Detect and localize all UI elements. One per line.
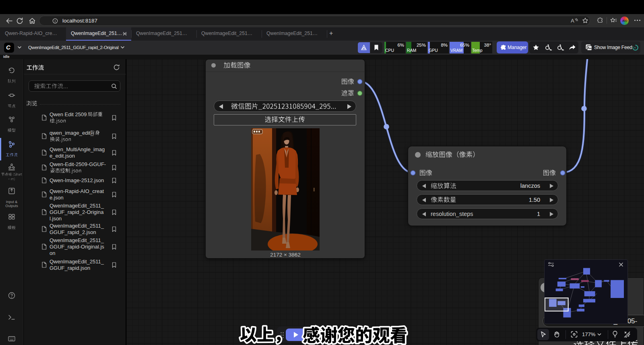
svg-text:A: A — [571, 18, 574, 24]
